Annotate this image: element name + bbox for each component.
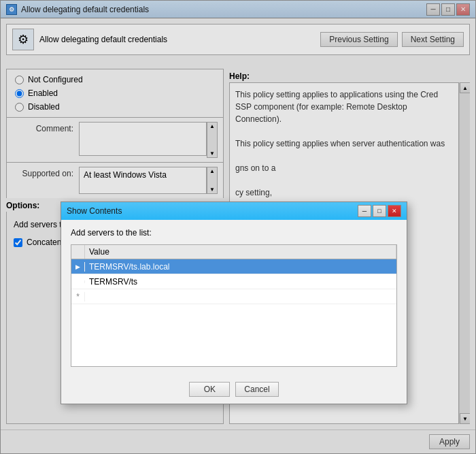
table-row-2[interactable]: TERMSRV/ts bbox=[71, 274, 396, 289]
table-container: Value ▶ TERMSRV/ts.lab.local TERMSRV/ts bbox=[71, 244, 397, 367]
table-header-value: Value bbox=[85, 245, 396, 259]
new-row-star: * bbox=[71, 292, 85, 302]
dialog-footer: OK Cancel bbox=[61, 375, 407, 404]
table-row-2-value[interactable]: TERMSRV/ts bbox=[85, 276, 396, 288]
show-contents-dialog: Show Contents ─ □ ✕ Add servers to the l… bbox=[61, 201, 407, 404]
dialog-close-button[interactable]: ✕ bbox=[388, 205, 401, 217]
table-row-2-arrow bbox=[71, 280, 85, 283]
dialog-subtitle: Add servers to the list: bbox=[71, 228, 397, 238]
dialog-cancel-button[interactable]: Cancel bbox=[235, 382, 278, 397]
modal-overlay: Show Contents ─ □ ✕ Add servers to the l… bbox=[1, 1, 475, 453]
main-window: ⚙ Allow delegating default credentials ─… bbox=[0, 0, 476, 454]
dialog-minimize-button[interactable]: ─ bbox=[358, 205, 371, 217]
dialog-maximize-button[interactable]: □ bbox=[373, 205, 386, 217]
table-row-1-value[interactable]: TERMSRV/ts.lab.local bbox=[85, 261, 396, 273]
dialog-controls: ─ □ ✕ bbox=[358, 205, 401, 217]
dialog-ok-button[interactable]: OK bbox=[189, 382, 230, 397]
table-header: Value bbox=[71, 245, 396, 259]
table-row-1-arrow: ▶ bbox=[71, 262, 85, 272]
dialog-title-bar: Show Contents ─ □ ✕ bbox=[61, 202, 407, 220]
new-row-input[interactable] bbox=[85, 291, 396, 303]
table-new-row: * bbox=[71, 289, 396, 304]
dialog-content: Add servers to the list: Value ▶ TERMSRV… bbox=[61, 220, 407, 375]
dialog-title: Show Contents bbox=[67, 206, 122, 216]
table-row-1[interactable]: ▶ TERMSRV/ts.lab.local bbox=[71, 259, 396, 274]
table-header-arrow-col bbox=[71, 245, 85, 259]
